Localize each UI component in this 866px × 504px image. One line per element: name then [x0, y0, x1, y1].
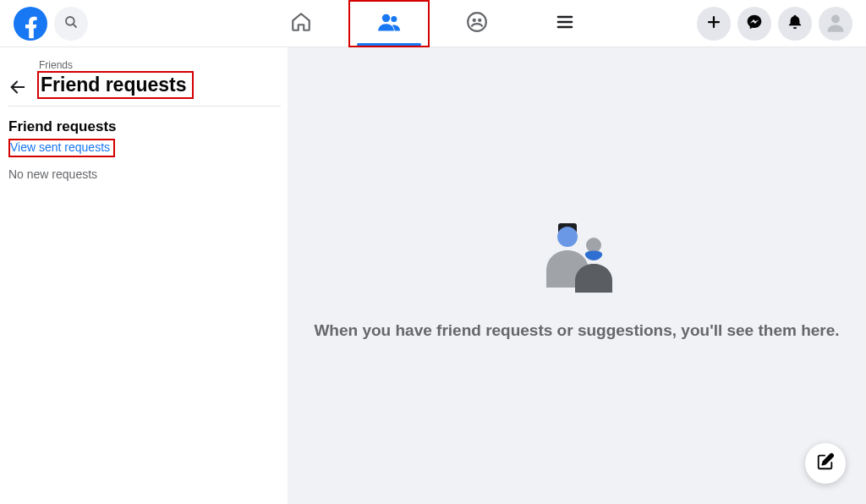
groups-icon: [466, 11, 488, 36]
svg-point-17: [586, 238, 601, 253]
friends-icon: [377, 10, 401, 37]
view-sent-requests-link[interactable]: View sent requests: [8, 139, 115, 157]
empty-state-message: When you have friend requests or suggest…: [314, 321, 839, 340]
topbar-right: [697, 7, 852, 41]
plus-icon: [706, 14, 721, 33]
search-icon: [63, 14, 79, 33]
breadcrumb-friends[interactable]: Friends: [37, 59, 194, 71]
svg-point-7: [478, 18, 481, 21]
nav-menu[interactable]: [524, 0, 606, 47]
home-icon: [290, 11, 312, 36]
messenger-button[interactable]: [737, 7, 771, 41]
nav-groups[interactable]: [436, 0, 518, 47]
topbar-left: [14, 7, 88, 41]
compose-fab[interactable]: [805, 443, 846, 484]
svg-point-6: [473, 18, 476, 21]
no-new-requests-text: No new requests: [8, 167, 281, 181]
empty-state-illustration: [526, 211, 628, 299]
hamburger-icon: [555, 12, 575, 36]
main-content: When you have friend requests or suggest…: [288, 47, 866, 504]
svg-point-13: [831, 14, 840, 23]
messenger-icon: [746, 14, 763, 34]
top-bar: [0, 0, 866, 47]
nav-home[interactable]: [260, 0, 342, 47]
page-title: Friend requests: [37, 71, 194, 99]
svg-point-5: [468, 13, 486, 31]
topbar-center-nav: [260, 0, 606, 47]
facebook-logo[interactable]: [14, 7, 47, 41]
notifications-button[interactable]: [778, 7, 812, 41]
create-button[interactable]: [697, 7, 731, 41]
svg-point-4: [391, 16, 397, 22]
friend-requests-section-title: Friend requests: [8, 118, 281, 135]
back-button[interactable]: [8, 78, 27, 96]
sidebar-header: Friends Friend requests: [8, 59, 281, 99]
svg-line-2: [73, 24, 76, 27]
search-button[interactable]: [54, 7, 88, 41]
svg-point-3: [382, 14, 390, 21]
compose-icon: [816, 452, 835, 474]
sidebar-divider: [8, 106, 281, 107]
sidebar: Friends Friend requests Friend requests …: [0, 47, 288, 504]
account-button[interactable]: [819, 7, 852, 41]
svg-point-16: [557, 227, 578, 247]
bell-icon: [787, 14, 803, 34]
nav-friends[interactable]: [348, 0, 430, 47]
avatar-icon: [824, 10, 847, 37]
